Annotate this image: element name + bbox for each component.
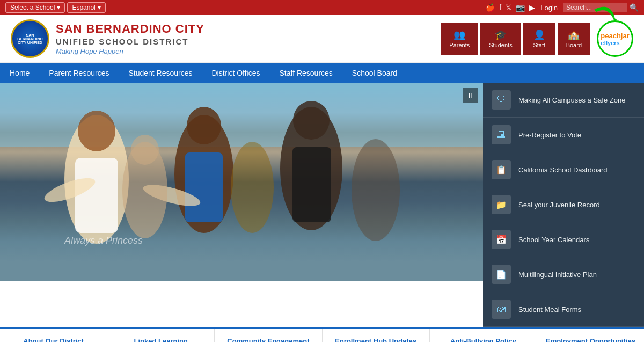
espanol-arrow-icon: ▾: [98, 4, 101, 11]
pause-button[interactable]: ⏸: [463, 88, 478, 103]
bottom-links: About Our District 👤 Linked Learning 📘 C…: [0, 327, 644, 342]
bottom-link-anti-bullying[interactable]: Anti-Bullying Policy 🚫: [430, 329, 537, 342]
sidebar-item-calendars[interactable]: 📅 School Year Calendars: [483, 222, 644, 257]
svg-point-16: [352, 139, 400, 241]
svg-point-3: [78, 111, 115, 151]
nav-student-resources[interactable]: Student Resources: [119, 63, 202, 83]
sidebar-vote-label: Pre-Register to Vote: [518, 131, 581, 139]
students-button[interactable]: 🎓 Students: [480, 23, 521, 55]
sidebar-item-meal-forms[interactable]: 🍽 Student Meal Forms: [483, 292, 644, 327]
bottom-link-linked-learning[interactable]: Linked Learning 📘: [107, 329, 215, 342]
search-button[interactable]: 🔍: [630, 3, 639, 12]
peachjar-line1: peachjar: [601, 32, 629, 40]
parents-label: Parents: [449, 42, 470, 48]
logo-area: SAN BERNARDINO CITY UNIFIED SAN BERNARDI…: [11, 19, 204, 58]
sidebar-item-dashboard[interactable]: 📋 California School Dashboard: [483, 152, 644, 187]
bottom-link-about[interactable]: About Our District 👤: [0, 329, 107, 342]
sidebar-juvenile-label: Seal your Juvenile Record: [518, 201, 600, 209]
sidebar-item-safe-zone[interactable]: 🛡 Making All Campuses a Safe Zone: [483, 83, 644, 118]
staff-icon: 👤: [533, 29, 545, 41]
nav-district-offices[interactable]: District Offices: [202, 63, 270, 83]
sidebar-calendars-label: School Year Calendars: [518, 236, 589, 244]
district-logo: SAN BERNARDINO CITY UNIFIED: [11, 19, 49, 58]
community-title: Community Engagement: [220, 337, 316, 342]
svg-point-9: [293, 101, 330, 140]
svg-rect-4: [75, 158, 118, 233]
about-title: About Our District: [5, 337, 101, 342]
nav-staff-resources[interactable]: Staff Resources: [269, 63, 342, 83]
select-school-button[interactable]: Select a School ▾: [5, 2, 65, 13]
apple-icon[interactable]: 🍎: [486, 3, 495, 12]
bottom-link-community[interactable]: Community Engagement 👥: [215, 329, 322, 342]
nav-home[interactable]: Home: [0, 63, 39, 83]
sidebar-item-multilingual[interactable]: 📄 Multilingual Initiative Plan: [483, 257, 644, 292]
login-link[interactable]: Login: [540, 4, 558, 12]
svg-point-6: [187, 107, 221, 144]
calendars-icon: 📅: [492, 230, 511, 249]
sidebar-meal-forms-label: Student Meal Forms: [518, 305, 581, 314]
safe-zone-icon: 🛡: [492, 90, 511, 110]
meal-forms-icon: 🍽: [492, 300, 511, 319]
district-name-line2: UNIFIED SCHOOL DISTRICT: [56, 37, 204, 47]
espanol-button[interactable]: Español ▾: [67, 2, 105, 13]
svg-rect-7: [185, 152, 223, 222]
twitter-icon[interactable]: 𝕏: [506, 3, 511, 12]
top-bar: Select a School ▾ Español ▾ 🍎 f 𝕏 📷 ▶ Lo…: [0, 0, 644, 15]
multilingual-icon: 📄: [492, 265, 511, 284]
social-icons: 🍎 f 𝕏 📷 ▶: [486, 3, 535, 12]
facebook-icon[interactable]: f: [499, 3, 501, 12]
main-content: Always a Princess ⏸ 🛡 Making All Campuse…: [0, 83, 644, 327]
peachjar-text: peachjar eflyers: [601, 32, 629, 46]
svg-rect-10: [292, 147, 331, 222]
sidebar-item-vote[interactable]: 🗳 Pre-Register to Vote: [483, 118, 644, 152]
hero-image: Always a Princess: [0, 83, 483, 281]
sidebar-safe-zone-label: Making All Campuses a Safe Zone: [518, 96, 625, 104]
bottom-link-enrollment[interactable]: Enrollment Hub Updates 🏢: [323, 329, 430, 342]
instagram-icon[interactable]: 📷: [516, 3, 525, 12]
logo-text: SAN BERNARDINO CITY UNIFIED: [12, 31, 48, 47]
sidebar-dashboard-label: California School Dashboard: [518, 166, 607, 174]
svg-point-14: [131, 135, 159, 165]
vote-icon: 🗳: [492, 125, 511, 144]
students-label: Students: [489, 42, 512, 48]
bottom-link-employment[interactable]: Employment Opportunities 🤝: [537, 329, 644, 342]
youtube-icon[interactable]: ▶: [529, 3, 535, 12]
parents-button[interactable]: 👥 Parents: [441, 23, 478, 55]
anti-bullying-title: Anti-Bullying Policy: [435, 337, 531, 342]
sidebar: 🛡 Making All Campuses a Safe Zone 🗳 Pre-…: [483, 83, 644, 327]
board-label: Board: [566, 42, 582, 48]
svg-point-15: [231, 142, 274, 233]
board-button[interactable]: 🏫 Board: [558, 23, 590, 55]
enrollment-title: Enrollment Hub Updates: [328, 337, 424, 342]
district-name-area: SAN BERNARDINO CITY UNIFIED SCHOOL DISTR…: [56, 21, 204, 56]
hero-area: Always a Princess ⏸: [0, 83, 483, 281]
staff-label: Staff: [533, 42, 545, 48]
juvenile-icon: 📁: [492, 195, 511, 214]
header-right: 👥 Parents 🎓 Students 👤 Staff 🏫 Board pea…: [441, 20, 633, 57]
sidebar-multilingual-label: Multilingual Initiative Plan: [518, 271, 597, 279]
sidebar-item-juvenile[interactable]: 📁 Seal your Juvenile Record: [483, 187, 644, 222]
top-bar-left: Select a School ▾ Español ▾: [5, 2, 106, 13]
svg-text:Always a Princess: Always a Princess: [64, 235, 143, 246]
students-icon: 🎓: [495, 29, 507, 41]
employment-title: Employment Opportunities: [543, 337, 639, 342]
select-school-label: Select a School: [10, 4, 55, 11]
district-tagline: Making Hope Happen: [56, 47, 204, 56]
nav-school-board[interactable]: School Board: [342, 63, 407, 83]
peachjar-line2: eflyers: [601, 40, 629, 46]
espanol-label: Español: [72, 4, 95, 11]
peachjar-button[interactable]: peachjar eflyers: [597, 20, 633, 57]
select-school-arrow-icon: ▾: [57, 4, 60, 11]
district-name-line1: SAN BERNARDINO CITY: [56, 21, 204, 37]
nav-bar: Home Parent Resources Student Resources …: [0, 63, 644, 83]
staff-button[interactable]: 👤 Staff: [523, 23, 555, 55]
board-icon: 🏫: [568, 29, 580, 41]
nav-parent-resources[interactable]: Parent Resources: [39, 63, 119, 83]
header: SAN BERNARDINO CITY UNIFIED SAN BERNARDI…: [0, 15, 644, 63]
parents-icon: 👥: [453, 29, 465, 41]
linked-learning-title: Linked Learning: [113, 337, 209, 342]
dashboard-icon: 📋: [492, 160, 511, 179]
